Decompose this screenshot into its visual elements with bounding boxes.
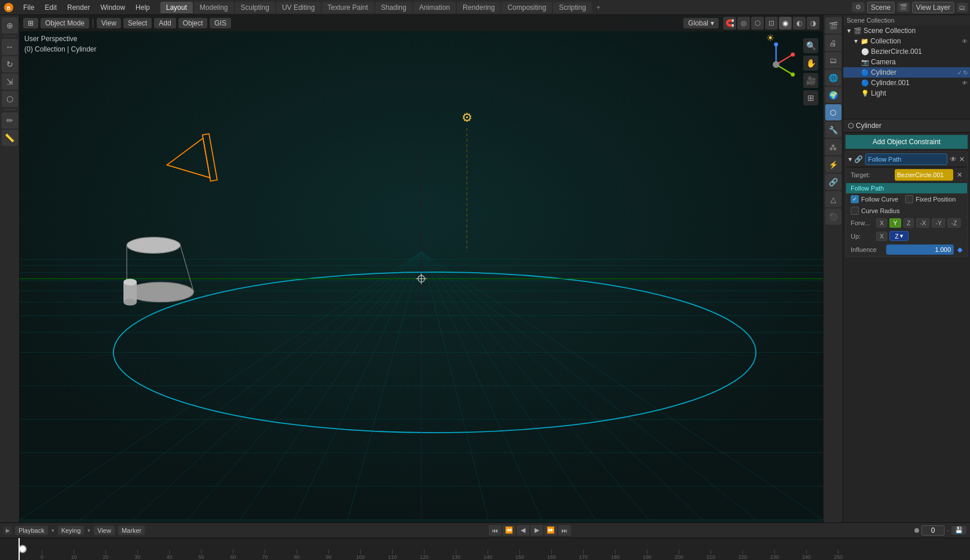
view-layer-selector[interactable]: View Layer: [912, 2, 954, 13]
viewport-3d[interactable]: ⊞ Object Mode View Select Add Object GIS…: [20, 15, 823, 522]
proportional-btn[interactable]: ◎: [737, 17, 750, 30]
tab-sculpting[interactable]: Sculpting: [235, 2, 275, 13]
target-chevron[interactable]: ✕: [957, 171, 962, 179]
cylinder-restrict-1[interactable]: ✓: [957, 69, 962, 76]
forward-neg-y-btn[interactable]: -Y: [932, 218, 945, 228]
tool-transform[interactable]: ⬡: [2, 91, 18, 107]
blender-logo[interactable]: B: [2, 1, 15, 14]
camera-view-icon[interactable]: 🎥: [803, 73, 818, 88]
cache-btn[interactable]: 💾: [951, 526, 967, 535]
scene-selector[interactable]: Scene: [867, 2, 895, 13]
data-props-icon[interactable]: △: [825, 191, 841, 207]
constraint-expand[interactable]: ▾: [848, 155, 852, 163]
outliner-scene-collection[interactable]: ▾ 🎬 Scene Collection: [843, 25, 970, 36]
render-preview-icon[interactable]: ⊞: [803, 90, 818, 105]
cylinder-restrict-2[interactable]: ↻: [963, 69, 968, 76]
world-props-icon[interactable]: 🌍: [825, 87, 841, 103]
fixed-position-checkbox[interactable]: [905, 195, 913, 203]
up-x-btn[interactable]: X: [876, 232, 887, 241]
object-menu[interactable]: Object: [178, 18, 208, 28]
xray-btn[interactable]: ⊡: [765, 17, 778, 30]
rendered-shading-btn[interactable]: ◑: [807, 17, 819, 30]
play-reverse-btn[interactable]: ◀: [517, 525, 529, 536]
timeline-ruler[interactable]: 0 10 20 30 40: [0, 538, 970, 560]
outliner-cylinder-001[interactable]: 🔵 Cylinder.001 👁: [843, 78, 970, 88]
menu-window[interactable]: Window: [96, 2, 130, 13]
add-constraint-btn[interactable]: Add Object Constraint: [845, 135, 968, 149]
view-layer-props-icon[interactable]: 🗂: [825, 52, 841, 68]
view-layer-icon[interactable]: 🗂: [957, 3, 968, 12]
tab-texture-paint[interactable]: Texture Paint: [322, 2, 374, 13]
outliner-bezier[interactable]: ⚪ BezierCircle.001: [843, 46, 970, 57]
tab-rendering[interactable]: Rendering: [457, 2, 500, 13]
outliner-light[interactable]: 💡 Light: [843, 88, 970, 98]
tab-shading[interactable]: Shading: [375, 2, 412, 13]
curve-radius-item[interactable]: Curve Radius: [851, 207, 900, 215]
tool-cursor[interactable]: ⊕: [2, 17, 18, 34]
object-mode-btn[interactable]: Object Mode: [41, 18, 89, 28]
menu-edit[interactable]: Edit: [40, 2, 61, 13]
influence-bar[interactable]: 1.000: [886, 244, 954, 255]
playback-btn[interactable]: Playback: [15, 526, 48, 535]
editor-type-btn[interactable]: ⊞: [23, 18, 38, 28]
follow-curve-item[interactable]: ✓ Follow Curve: [851, 195, 898, 203]
material-props-icon[interactable]: ⚫: [825, 208, 841, 225]
forward-neg-z-btn[interactable]: -Z: [947, 218, 960, 228]
material-shading-btn[interactable]: ◐: [793, 17, 806, 30]
physics-props-icon[interactable]: ⚡: [825, 156, 841, 173]
outliner-collection[interactable]: ▾ 📁 Collection 👁: [843, 36, 970, 46]
keying-btn[interactable]: Keying: [58, 526, 85, 535]
playback-dropdown[interactable]: ▾: [52, 528, 54, 533]
search-icon[interactable]: 🔍: [803, 38, 818, 53]
forward-z-btn[interactable]: Z: [903, 218, 914, 228]
view-btn[interactable]: View: [94, 526, 115, 535]
curve-radius-checkbox[interactable]: [851, 207, 859, 215]
tool-scale[interactable]: ⇲: [2, 74, 18, 90]
hand-icon[interactable]: ✋: [803, 56, 818, 71]
keying-dropdown[interactable]: ▾: [87, 528, 90, 533]
marker-btn[interactable]: Marker: [118, 526, 145, 535]
tab-scripting[interactable]: Scripting: [553, 2, 592, 13]
jump-start-btn[interactable]: ⏮: [489, 525, 502, 536]
render-props-icon[interactable]: 🎬: [825, 17, 841, 34]
timeline-editor-icon[interactable]: ▶: [3, 526, 12, 535]
tab-layout[interactable]: Layout: [160, 2, 193, 13]
tool-rotate[interactable]: ↻: [2, 56, 18, 72]
select-menu[interactable]: Select: [123, 18, 152, 28]
jump-end-btn[interactable]: ⏭: [558, 525, 571, 536]
play-btn[interactable]: ▶: [530, 525, 543, 536]
transform-selector[interactable]: Global ▾: [683, 18, 719, 28]
outliner-cylinder[interactable]: 🔵 Cylinder ✓ ↻: [843, 67, 970, 78]
follow-curve-checkbox[interactable]: ✓: [851, 195, 859, 203]
scene-icon[interactable]: 🎬: [897, 2, 910, 12]
jump-next-btn[interactable]: ⏩: [544, 525, 557, 536]
jump-prev-btn[interactable]: ⏪: [503, 525, 515, 536]
tab-compositing[interactable]: Compositing: [502, 2, 552, 13]
tab-uv-editing[interactable]: UV Editing: [276, 2, 321, 13]
outliner-camera[interactable]: 📷 Camera: [843, 57, 970, 67]
tab-modeling[interactable]: Modeling: [194, 2, 234, 13]
modifier-props-icon[interactable]: 🔧: [825, 122, 841, 138]
menu-file[interactable]: File: [19, 2, 39, 13]
collection-visibility[interactable]: 👁: [962, 38, 968, 45]
object-props-icon[interactable]: ⬡: [825, 104, 841, 120]
particles-props-icon[interactable]: ⁂: [825, 139, 841, 155]
tool-annotate[interactable]: ✏: [2, 112, 18, 129]
target-value-field[interactable]: BezierCircle.001: [895, 169, 953, 181]
menu-render[interactable]: Render: [63, 2, 94, 13]
scene-props-icon[interactable]: 🌐: [825, 69, 841, 86]
snap-btn[interactable]: 🧲: [723, 17, 736, 30]
tool-measure[interactable]: 📏: [2, 130, 18, 146]
gis-menu[interactable]: GIS: [210, 18, 231, 28]
forward-neg-x-btn[interactable]: -X: [916, 218, 929, 228]
forward-y-btn[interactable]: Y: [890, 218, 901, 228]
tab-animation[interactable]: Animation: [413, 2, 456, 13]
tab-add[interactable]: +: [593, 2, 604, 13]
constraint-name-field[interactable]: Follow Path: [865, 153, 947, 165]
scene-options[interactable]: ⚙: [852, 2, 865, 12]
add-menu[interactable]: Add: [154, 18, 175, 28]
current-frame[interactable]: 0: [921, 525, 945, 536]
fixed-position-item[interactable]: Fixed Position: [905, 195, 956, 203]
forward-x-btn[interactable]: X: [876, 218, 887, 228]
overlay-btn[interactable]: ⬡: [751, 17, 764, 30]
